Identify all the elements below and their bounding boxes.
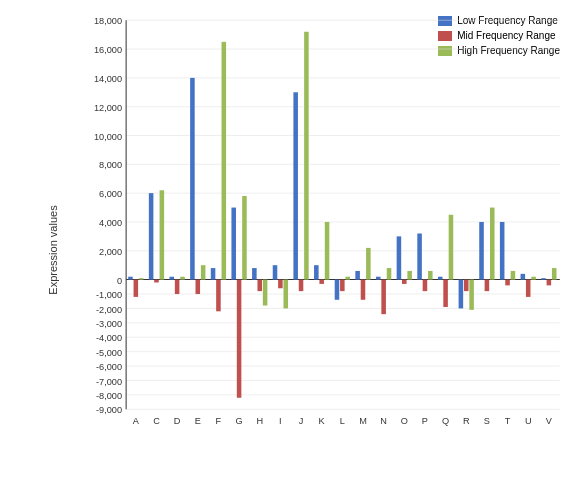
svg-rect-77 — [325, 222, 330, 280]
svg-rect-103 — [459, 280, 464, 309]
svg-text:L: L — [340, 416, 345, 426]
svg-rect-67 — [273, 265, 278, 279]
chart-svg: 18,00016,00014,00012,00010,0008,0006,000… — [70, 10, 570, 440]
svg-rect-57 — [222, 42, 227, 280]
svg-rect-76 — [319, 280, 324, 284]
svg-text:4,000: 4,000 — [99, 218, 122, 228]
svg-rect-85 — [366, 248, 371, 280]
svg-rect-117 — [531, 277, 536, 280]
svg-rect-47 — [169, 277, 174, 280]
svg-rect-61 — [242, 196, 247, 280]
svg-rect-73 — [304, 32, 309, 280]
svg-rect-96 — [423, 280, 428, 292]
svg-rect-41 — [139, 278, 144, 279]
svg-rect-84 — [361, 280, 366, 300]
svg-rect-104 — [464, 280, 469, 292]
svg-text:S: S — [484, 416, 490, 426]
svg-rect-56 — [216, 280, 221, 312]
svg-rect-48 — [175, 280, 180, 294]
svg-text:P: P — [422, 416, 428, 426]
svg-rect-68 — [278, 280, 283, 289]
svg-text:N: N — [380, 416, 387, 426]
svg-text:G: G — [236, 416, 243, 426]
svg-rect-95 — [417, 233, 422, 279]
svg-text:K: K — [319, 416, 326, 426]
svg-rect-75 — [314, 265, 319, 279]
svg-rect-71 — [293, 92, 298, 279]
svg-rect-99 — [438, 277, 443, 280]
svg-text:C: C — [153, 416, 160, 426]
svg-rect-119 — [541, 278, 546, 279]
svg-rect-40 — [134, 280, 139, 297]
svg-text:T: T — [505, 416, 511, 426]
svg-text:I: I — [279, 416, 282, 426]
svg-text:M: M — [359, 416, 367, 426]
svg-text:E: E — [195, 416, 201, 426]
svg-text:J: J — [299, 416, 304, 426]
svg-rect-72 — [299, 280, 304, 292]
svg-rect-100 — [443, 280, 448, 307]
svg-text:-9,000: -9,000 — [96, 405, 122, 415]
svg-text:D: D — [174, 416, 181, 426]
svg-rect-121 — [552, 268, 557, 280]
svg-rect-60 — [237, 280, 242, 398]
svg-text:14,000: 14,000 — [94, 74, 122, 84]
svg-rect-83 — [355, 271, 360, 280]
svg-rect-87 — [376, 277, 381, 280]
svg-rect-97 — [428, 271, 433, 280]
svg-text:8,000: 8,000 — [99, 160, 122, 170]
svg-text:-7,000: -7,000 — [96, 377, 122, 387]
chart-container: Expression values Low Frequency Range Mi… — [0, 0, 580, 500]
svg-rect-107 — [479, 222, 484, 280]
svg-rect-55 — [211, 268, 216, 280]
svg-rect-44 — [154, 280, 159, 283]
svg-text:10,000: 10,000 — [94, 132, 122, 142]
svg-rect-88 — [381, 280, 386, 315]
svg-text:-4,000: -4,000 — [96, 333, 122, 343]
svg-rect-105 — [469, 280, 474, 310]
svg-text:F: F — [216, 416, 222, 426]
y-axis-label: Expression values — [47, 205, 59, 294]
svg-text:-5,000: -5,000 — [96, 348, 122, 358]
svg-text:0: 0 — [117, 276, 122, 286]
svg-text:2,000: 2,000 — [99, 247, 122, 257]
svg-rect-79 — [335, 280, 340, 300]
svg-rect-63 — [252, 268, 257, 280]
svg-rect-93 — [407, 271, 412, 280]
svg-rect-89 — [387, 268, 392, 280]
svg-rect-51 — [190, 78, 195, 280]
svg-rect-69 — [283, 280, 288, 309]
svg-text:U: U — [525, 416, 532, 426]
svg-rect-101 — [449, 215, 454, 280]
svg-text:-1,000: -1,000 — [96, 290, 122, 300]
svg-rect-115 — [521, 274, 526, 280]
svg-text:O: O — [401, 416, 408, 426]
svg-rect-65 — [263, 280, 268, 306]
svg-rect-53 — [201, 265, 206, 279]
svg-rect-116 — [526, 280, 531, 297]
svg-text:16,000: 16,000 — [94, 45, 122, 55]
svg-rect-91 — [397, 236, 402, 279]
svg-rect-109 — [490, 208, 495, 280]
svg-rect-108 — [485, 280, 490, 292]
svg-text:-6,000: -6,000 — [96, 362, 122, 372]
svg-rect-120 — [547, 280, 552, 286]
svg-text:H: H — [256, 416, 263, 426]
chart-area: 18,00016,00014,00012,00010,0008,0006,000… — [70, 10, 570, 440]
svg-text:18,000: 18,000 — [94, 16, 122, 26]
svg-text:-2,000: -2,000 — [96, 305, 122, 315]
svg-rect-92 — [402, 280, 407, 284]
svg-text:6,000: 6,000 — [99, 189, 122, 199]
svg-rect-64 — [257, 280, 262, 292]
svg-rect-49 — [180, 277, 185, 280]
svg-rect-113 — [511, 271, 516, 280]
svg-text:12,000: 12,000 — [94, 103, 122, 113]
svg-rect-52 — [196, 280, 201, 294]
svg-rect-81 — [345, 277, 350, 280]
svg-rect-111 — [500, 222, 505, 280]
svg-text:-3,000: -3,000 — [96, 319, 122, 329]
svg-rect-59 — [231, 208, 236, 280]
svg-rect-39 — [128, 277, 133, 280]
svg-rect-112 — [505, 280, 510, 286]
svg-rect-45 — [160, 190, 165, 279]
